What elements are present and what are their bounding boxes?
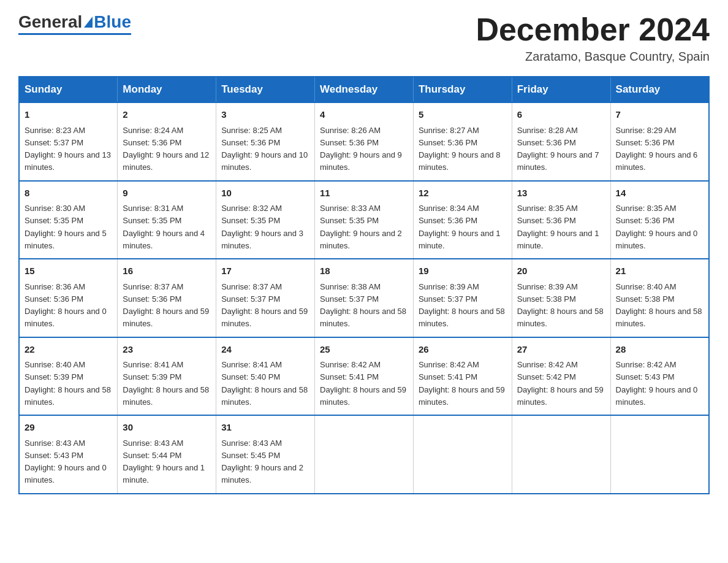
day-number: 31 bbox=[221, 421, 309, 435]
logo-general-text: General bbox=[18, 12, 82, 32]
day-info: Sunrise: 8:37 AMSunset: 5:36 PMDaylight:… bbox=[123, 282, 209, 329]
day-number: 28 bbox=[616, 343, 703, 357]
logo-blue-text: Blue bbox=[82, 12, 131, 32]
day-header-monday: Monday bbox=[118, 77, 216, 102]
day-header-wednesday: Wednesday bbox=[315, 77, 414, 102]
day-number: 16 bbox=[123, 264, 211, 278]
day-info: Sunrise: 8:31 AMSunset: 5:35 PMDaylight:… bbox=[123, 204, 205, 250]
day-number: 25 bbox=[320, 343, 408, 357]
day-info: Sunrise: 8:34 AMSunset: 5:36 PMDaylight:… bbox=[419, 204, 501, 250]
day-number: 13 bbox=[517, 186, 605, 201]
calendar-cell: 9 Sunrise: 8:31 AMSunset: 5:35 PMDayligh… bbox=[118, 181, 216, 259]
day-number: 29 bbox=[25, 421, 112, 435]
calendar-cell: 8 Sunrise: 8:30 AMSunset: 5:35 PMDayligh… bbox=[19, 181, 118, 259]
day-number: 22 bbox=[25, 343, 112, 357]
calendar-cell: 10 Sunrise: 8:32 AMSunset: 5:35 PMDaylig… bbox=[216, 181, 315, 259]
day-info: Sunrise: 8:39 AMSunset: 5:37 PMDaylight:… bbox=[419, 282, 505, 329]
day-number: 18 bbox=[320, 264, 408, 278]
calendar-cell: 1 Sunrise: 8:23 AMSunset: 5:37 PMDayligh… bbox=[19, 102, 118, 181]
calendar-cell bbox=[610, 415, 709, 494]
day-header-tuesday: Tuesday bbox=[216, 77, 315, 102]
day-info: Sunrise: 8:35 AMSunset: 5:36 PMDaylight:… bbox=[517, 204, 599, 250]
day-number: 3 bbox=[221, 108, 309, 122]
day-number: 20 bbox=[517, 264, 605, 278]
calendar-cell: 11 Sunrise: 8:33 AMSunset: 5:35 PMDaylig… bbox=[315, 181, 414, 259]
logo-triangle-icon bbox=[84, 17, 93, 28]
calendar-table: SundayMondayTuesdayWednesdayThursdayFrid… bbox=[18, 76, 710, 494]
calendar-cell: 18 Sunrise: 8:38 AMSunset: 5:37 PMDaylig… bbox=[315, 259, 414, 337]
calendar-cell: 17 Sunrise: 8:37 AMSunset: 5:37 PMDaylig… bbox=[216, 259, 315, 337]
day-info: Sunrise: 8:28 AMSunset: 5:36 PMDaylight:… bbox=[517, 126, 599, 172]
calendar-cell: 30 Sunrise: 8:43 AMSunset: 5:44 PMDaylig… bbox=[118, 415, 216, 494]
calendar-cell: 3 Sunrise: 8:25 AMSunset: 5:36 PMDayligh… bbox=[216, 102, 315, 181]
calendar-cell: 12 Sunrise: 8:34 AMSunset: 5:36 PMDaylig… bbox=[413, 181, 512, 259]
calendar-cell: 2 Sunrise: 8:24 AMSunset: 5:36 PMDayligh… bbox=[118, 102, 216, 181]
month-title: December 2024 bbox=[476, 12, 710, 47]
calendar-cell: 13 Sunrise: 8:35 AMSunset: 5:36 PMDaylig… bbox=[512, 181, 610, 259]
calendar-cell: 23 Sunrise: 8:41 AMSunset: 5:39 PMDaylig… bbox=[118, 337, 216, 416]
day-number: 30 bbox=[123, 421, 211, 435]
day-number: 2 bbox=[123, 108, 211, 122]
logo-underline bbox=[18, 33, 131, 35]
day-number: 23 bbox=[123, 343, 211, 357]
day-number: 1 bbox=[25, 108, 112, 122]
calendar-cell: 19 Sunrise: 8:39 AMSunset: 5:37 PMDaylig… bbox=[413, 259, 512, 337]
day-info: Sunrise: 8:32 AMSunset: 5:35 PMDaylight:… bbox=[221, 204, 303, 250]
day-info: Sunrise: 8:37 AMSunset: 5:37 PMDaylight:… bbox=[221, 282, 308, 329]
page-header: General Blue December 2024 Zaratamo, Bas… bbox=[18, 12, 710, 64]
day-number: 6 bbox=[517, 108, 605, 122]
calendar-cell: 7 Sunrise: 8:29 AMSunset: 5:36 PMDayligh… bbox=[610, 102, 709, 181]
day-info: Sunrise: 8:43 AMSunset: 5:44 PMDaylight:… bbox=[123, 439, 205, 485]
day-header-saturday: Saturday bbox=[610, 77, 709, 102]
day-header-friday: Friday bbox=[512, 77, 610, 102]
day-info: Sunrise: 8:27 AMSunset: 5:36 PMDaylight:… bbox=[419, 126, 501, 172]
day-info: Sunrise: 8:36 AMSunset: 5:36 PMDaylight:… bbox=[25, 282, 107, 329]
calendar-week-row: 29 Sunrise: 8:43 AMSunset: 5:43 PMDaylig… bbox=[19, 415, 709, 494]
day-header-sunday: Sunday bbox=[19, 77, 118, 102]
day-info: Sunrise: 8:41 AMSunset: 5:39 PMDaylight:… bbox=[123, 360, 209, 407]
calendar-cell: 22 Sunrise: 8:40 AMSunset: 5:39 PMDaylig… bbox=[19, 337, 118, 416]
calendar-cell: 29 Sunrise: 8:43 AMSunset: 5:43 PMDaylig… bbox=[19, 415, 118, 494]
day-info: Sunrise: 8:24 AMSunset: 5:36 PMDaylight:… bbox=[123, 126, 209, 172]
calendar-cell: 15 Sunrise: 8:36 AMSunset: 5:36 PMDaylig… bbox=[19, 259, 118, 337]
day-info: Sunrise: 8:42 AMSunset: 5:41 PMDaylight:… bbox=[320, 360, 406, 407]
day-info: Sunrise: 8:40 AMSunset: 5:39 PMDaylight:… bbox=[25, 360, 111, 407]
day-info: Sunrise: 8:38 AMSunset: 5:37 PMDaylight:… bbox=[320, 282, 406, 329]
day-number: 15 bbox=[25, 264, 112, 278]
location-subtitle: Zaratamo, Basque Country, Spain bbox=[476, 50, 710, 64]
calendar-cell: 25 Sunrise: 8:42 AMSunset: 5:41 PMDaylig… bbox=[315, 337, 414, 416]
calendar-cell: 24 Sunrise: 8:41 AMSunset: 5:40 PMDaylig… bbox=[216, 337, 315, 416]
title-area: December 2024 Zaratamo, Basque Country, … bbox=[476, 12, 710, 64]
day-number: 24 bbox=[221, 343, 309, 357]
day-number: 10 bbox=[221, 186, 309, 201]
day-number: 26 bbox=[419, 343, 507, 357]
day-info: Sunrise: 8:43 AMSunset: 5:43 PMDaylight:… bbox=[25, 439, 107, 485]
day-number: 4 bbox=[320, 108, 408, 122]
day-info: Sunrise: 8:25 AMSunset: 5:36 PMDaylight:… bbox=[221, 126, 308, 172]
calendar-cell: 27 Sunrise: 8:42 AMSunset: 5:42 PMDaylig… bbox=[512, 337, 610, 416]
day-number: 7 bbox=[616, 108, 703, 122]
day-info: Sunrise: 8:40 AMSunset: 5:38 PMDaylight:… bbox=[616, 282, 702, 329]
day-number: 5 bbox=[419, 108, 507, 122]
day-number: 21 bbox=[616, 264, 703, 278]
calendar-cell: 26 Sunrise: 8:42 AMSunset: 5:41 PMDaylig… bbox=[413, 337, 512, 416]
calendar-cell bbox=[315, 415, 414, 494]
calendar-week-row: 22 Sunrise: 8:40 AMSunset: 5:39 PMDaylig… bbox=[19, 337, 709, 416]
day-number: 17 bbox=[221, 264, 309, 278]
day-info: Sunrise: 8:23 AMSunset: 5:37 PMDaylight:… bbox=[25, 126, 111, 172]
day-number: 12 bbox=[419, 186, 507, 201]
day-number: 27 bbox=[517, 343, 605, 357]
calendar-cell: 31 Sunrise: 8:43 AMSunset: 5:45 PMDaylig… bbox=[216, 415, 315, 494]
day-info: Sunrise: 8:42 AMSunset: 5:41 PMDaylight:… bbox=[419, 360, 505, 407]
day-info: Sunrise: 8:26 AMSunset: 5:36 PMDaylight:… bbox=[320, 126, 402, 172]
days-header-row: SundayMondayTuesdayWednesdayThursdayFrid… bbox=[19, 77, 709, 102]
calendar-cell: 20 Sunrise: 8:39 AMSunset: 5:38 PMDaylig… bbox=[512, 259, 610, 337]
day-number: 14 bbox=[616, 186, 703, 201]
logo: General Blue bbox=[18, 12, 131, 35]
calendar-cell: 16 Sunrise: 8:37 AMSunset: 5:36 PMDaylig… bbox=[118, 259, 216, 337]
day-info: Sunrise: 8:42 AMSunset: 5:42 PMDaylight:… bbox=[517, 360, 604, 407]
day-info: Sunrise: 8:30 AMSunset: 5:35 PMDaylight:… bbox=[25, 204, 107, 250]
day-info: Sunrise: 8:33 AMSunset: 5:35 PMDaylight:… bbox=[320, 204, 402, 250]
day-info: Sunrise: 8:35 AMSunset: 5:36 PMDaylight:… bbox=[616, 204, 698, 250]
day-info: Sunrise: 8:42 AMSunset: 5:43 PMDaylight:… bbox=[616, 360, 698, 407]
